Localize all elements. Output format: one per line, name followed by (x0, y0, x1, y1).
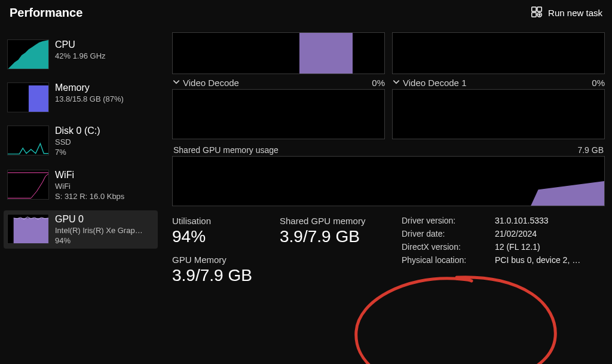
run-task-label: Run new task (548, 8, 602, 18)
annotation-circle (349, 271, 564, 364)
sidebar-item-sub: SSD (55, 137, 100, 146)
detail-label: Physical location: (402, 255, 485, 265)
run-new-task-button[interactable]: Run new task (530, 5, 602, 20)
sidebar-item-title: Memory (55, 82, 124, 93)
chart-label[interactable]: Video Decode (183, 78, 239, 88)
sidebar: CPU 42% 1.96 GHz Memory 13.8/15.8 GB (87… (0, 32, 161, 364)
stat-gpumem-label: GPU Memory (172, 255, 274, 265)
run-task-icon (530, 5, 543, 20)
detail-value: 12 (FL 12.1) (495, 242, 580, 252)
page-title: Performance (10, 6, 82, 20)
sidebar-item-wifi[interactable]: WiFi WiFi S: 312 R: 16.0 Kbps (4, 166, 158, 204)
shared-gpu-label: Shared GPU memory usage (173, 145, 279, 155)
memory-thumb (7, 82, 49, 112)
svg-rect-7 (29, 85, 48, 112)
wifi-thumb (7, 170, 49, 200)
svg-rect-2 (537, 7, 541, 11)
detail-label: Driver version: (402, 216, 485, 225)
cpu-thumb (7, 39, 49, 69)
sidebar-item-cpu[interactable]: CPU 42% 1.96 GHz (4, 36, 158, 73)
detail-value: 21/02/2024 (495, 229, 580, 238)
stat-shared-value: 3.9/7.9 GB (280, 227, 393, 246)
svg-marker-6 (8, 40, 48, 69)
shared-gpu-graph (172, 156, 605, 206)
chart-video-decode-graph (172, 89, 385, 139)
sidebar-item-memory[interactable]: Memory 13.8/15.8 GB (87%) (4, 79, 158, 116)
chart-copy-graph (392, 32, 605, 74)
sidebar-item-sub: 42% 1.96 GHz (55, 51, 106, 60)
sidebar-item-sub: WiFi (55, 182, 124, 191)
detail-label: DirectX version: (402, 242, 485, 252)
sidebar-item-disk[interactable]: Disk 0 (C:) SSD 7% (4, 122, 158, 160)
sidebar-item-sub: Intel(R) Iris(R) Xe Grap… (55, 226, 143, 235)
sidebar-item-title: CPU (55, 39, 106, 50)
stat-gpumem-value: 3.9/7.9 GB (172, 266, 274, 285)
sidebar-item-sub2: S: 312 R: 16.0 Kbps (55, 192, 124, 201)
stat-shared-label: Shared GPU memory (280, 216, 393, 226)
chart-3d-graph (172, 32, 385, 74)
disk-thumb (7, 126, 49, 155)
chart-label[interactable]: Video Decode 1 (403, 78, 466, 88)
chevron-down-icon[interactable] (392, 78, 400, 88)
detail-value: 31.0.101.5333 (495, 216, 580, 225)
chart-pct: 0% (592, 78, 605, 88)
gpu-detail-panel: Video Decode 0% Video Decode 1 (161, 32, 612, 364)
sidebar-item-sub2: 7% (55, 148, 100, 157)
chart-video-decode1-graph (392, 89, 605, 139)
sidebar-item-sub2: 94% (55, 236, 143, 245)
shared-gpu-max: 7.9 GB (577, 145, 604, 155)
sidebar-item-title: WiFi (55, 170, 124, 181)
svg-rect-0 (532, 7, 536, 11)
svg-rect-9 (14, 218, 48, 244)
stat-util-label: Utilisation (172, 216, 274, 226)
svg-rect-1 (532, 12, 536, 16)
sidebar-item-gpu0[interactable]: GPU 0 Intel(R) Iris(R) Xe Grap… 94% (4, 210, 158, 249)
gpu-thumb (7, 214, 49, 244)
chevron-down-icon[interactable] (172, 78, 180, 88)
stat-util-value: 94% (172, 227, 274, 246)
sidebar-item-title: Disk 0 (C:) (55, 126, 100, 136)
detail-label: Driver date: (402, 229, 485, 238)
gpu-details-table: Driver version: 31.0.101.5333 Driver dat… (402, 216, 580, 265)
sidebar-item-title: GPU 0 (55, 214, 143, 225)
chart-pct: 0% (372, 78, 385, 88)
sidebar-item-sub: 13.8/15.8 GB (87%) (55, 94, 124, 103)
detail-value: PCI bus 0, device 2, … (495, 255, 580, 265)
